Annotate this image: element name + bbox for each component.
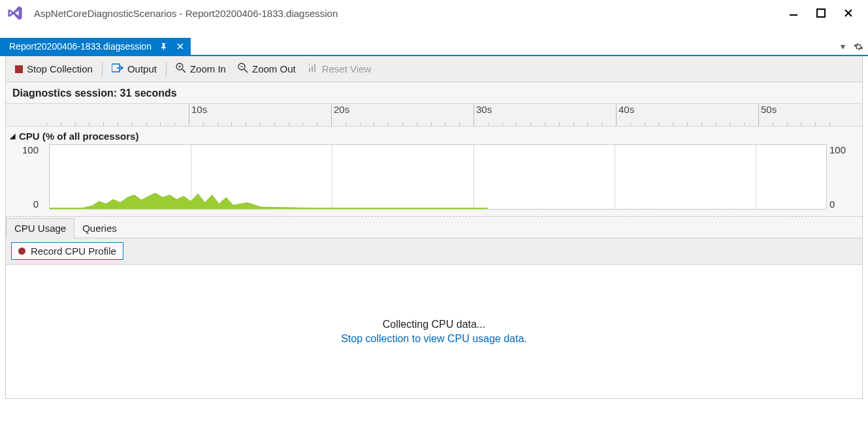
document-tab-label: Report20200406-1833.diagsession [9, 41, 152, 52]
collecting-status-text: Collecting CPU data... [383, 319, 485, 330]
record-cpu-profile-label: Record CPU Profile [31, 246, 116, 257]
stop-collection-button[interactable]: Stop Collection [10, 61, 98, 77]
tab-close-icon[interactable] [175, 41, 185, 52]
reset-view-label: Reset View [322, 63, 372, 74]
diagnostics-panel: Diagnostics session: 31 seconds 10s20s30… [5, 82, 863, 399]
y-axis-min-right: 0 [829, 199, 835, 210]
tool-tabs: CPU Usage Queries [6, 216, 862, 238]
record-icon [18, 247, 25, 255]
tab-cpu-usage[interactable]: CPU Usage [6, 218, 74, 238]
svg-rect-16 [314, 64, 315, 72]
cpu-graph-title: CPU (% of all processors) [19, 131, 138, 142]
y-axis-min: 0 [33, 199, 39, 210]
output-label: Output [127, 63, 157, 74]
document-tab-active[interactable]: Report20200406-1833.diagsession [0, 38, 191, 55]
visual-studio-logo-icon [5, 3, 25, 23]
output-button[interactable]: Output [106, 61, 162, 77]
svg-line-12 [244, 69, 248, 72]
y-axis-max-right: 100 [829, 144, 846, 155]
cpu-usage-content: Collecting CPU data... Stop collection t… [6, 264, 862, 398]
svg-line-8 [182, 69, 185, 72]
output-icon [112, 63, 123, 74]
title-bar: AspNetCoreDiagnosticScenarios - Report20… [0, 0, 868, 26]
zoom-in-button[interactable]: Zoom In [170, 60, 231, 78]
zoom-out-label: Zoom Out [252, 63, 296, 74]
stop-collection-link[interactable]: Stop collection to view CPU usage data. [341, 333, 527, 345]
pin-icon[interactable] [158, 41, 169, 52]
maximize-button[interactable] [813, 5, 829, 21]
y-axis-max: 100 [22, 144, 39, 155]
svg-rect-15 [312, 66, 313, 72]
cpu-chart-plot[interactable] [49, 144, 827, 210]
minimize-button[interactable] [786, 5, 801, 21]
toolbar: Stop Collection Output Zoom In Zoom Out … [5, 56, 863, 82]
record-toolbar: Record CPU Profile [6, 238, 862, 264]
tab-overflow-icon[interactable]: ▾ [837, 40, 848, 52]
window-controls [786, 5, 863, 21]
zoom-out-icon [238, 63, 248, 75]
tab-queries[interactable]: Queries [74, 219, 125, 238]
svg-rect-14 [309, 68, 310, 72]
stop-collection-label: Stop Collection [27, 63, 93, 74]
reset-view-button[interactable]: ? Reset View [302, 60, 377, 78]
stop-icon [15, 65, 23, 73]
cpu-graph-title-row[interactable]: ◢ CPU (% of all processors) [8, 131, 860, 142]
zoom-in-icon [176, 63, 186, 75]
record-cpu-profile-button[interactable]: Record CPU Profile [11, 242, 123, 260]
zoom-in-label: Zoom In [190, 63, 226, 74]
gear-icon[interactable] [852, 40, 864, 52]
y-axis-right: 100 0 [827, 144, 860, 210]
collapse-icon: ◢ [10, 132, 15, 140]
cpu-graph-section: ◢ CPU (% of all processors) 100 0 100 0 [6, 127, 862, 216]
y-axis-left: 100 0 [8, 144, 41, 210]
reset-view-icon: ? [308, 63, 318, 75]
close-button[interactable] [841, 5, 856, 21]
session-duration-label: Diagnostics session: 31 seconds [6, 82, 862, 103]
window-title: AspNetCoreDiagnosticScenarios - Report20… [34, 8, 786, 19]
svg-text:?: ? [308, 63, 310, 67]
time-ruler[interactable]: 10s20s30s40s50s [6, 103, 862, 127]
zoom-out-button[interactable]: Zoom Out [233, 60, 301, 78]
svg-rect-1 [817, 9, 825, 17]
document-tab-bar: Report20200406-1833.diagsession ▾ [0, 38, 868, 56]
